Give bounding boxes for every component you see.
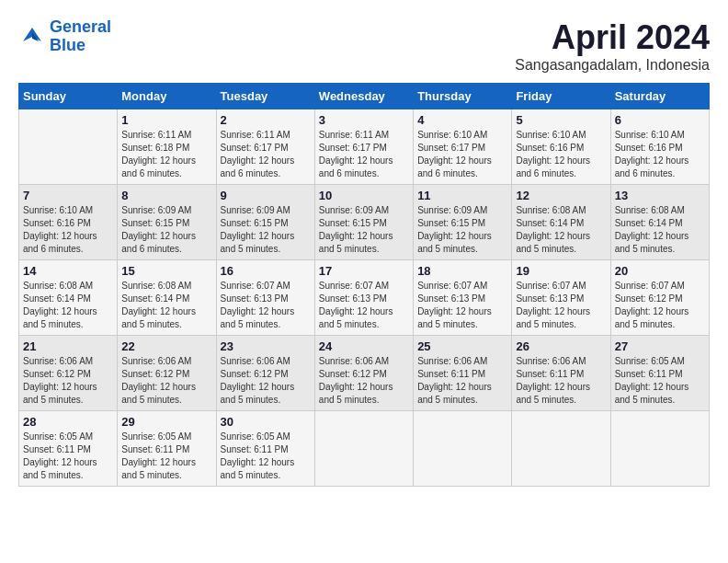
day-number: 25 (417, 339, 507, 353)
logo: General Blue (18, 18, 111, 55)
day-info: Sunrise: 6:08 AM Sunset: 6:14 PM Dayligh… (516, 204, 606, 256)
logo-icon (18, 23, 46, 51)
day-number: 21 (23, 339, 113, 353)
day-number: 2 (221, 113, 311, 127)
calendar-cell: 17Sunrise: 6:07 AM Sunset: 6:13 PM Dayli… (314, 260, 413, 336)
day-info: Sunrise: 6:06 AM Sunset: 6:11 PM Dayligh… (417, 355, 507, 407)
day-info: Sunrise: 6:06 AM Sunset: 6:12 PM Dayligh… (23, 355, 113, 407)
calendar-cell (414, 411, 512, 487)
calendar-cell: 30Sunrise: 6:05 AM Sunset: 6:11 PM Dayli… (216, 411, 314, 487)
calendar-cell: 10Sunrise: 6:09 AM Sunset: 6:15 PM Dayli… (314, 185, 413, 260)
day-info: Sunrise: 6:11 AM Sunset: 6:17 PM Dayligh… (319, 129, 409, 180)
column-header-friday: Friday (512, 84, 610, 109)
day-info: Sunrise: 6:10 AM Sunset: 6:16 PM Dayligh… (23, 204, 113, 256)
calendar-cell: 13Sunrise: 6:08 AM Sunset: 6:14 PM Dayli… (610, 185, 709, 260)
day-number: 10 (319, 189, 409, 202)
day-number: 26 (516, 339, 606, 353)
day-info: Sunrise: 6:11 AM Sunset: 6:18 PM Dayligh… (121, 129, 211, 180)
day-info: Sunrise: 6:06 AM Sunset: 6:12 PM Dayligh… (319, 355, 409, 407)
calendar-cell (19, 109, 118, 185)
title-block: April 2024 Sangasangadalam, Indonesia (515, 18, 710, 74)
column-header-monday: Monday (118, 84, 216, 109)
calendar-cell: 3Sunrise: 6:11 AM Sunset: 6:17 PM Daylig… (314, 109, 413, 185)
calendar-cell (314, 411, 413, 487)
day-number: 23 (221, 339, 311, 353)
day-info: Sunrise: 6:05 AM Sunset: 6:11 PM Dayligh… (121, 431, 211, 482)
day-info: Sunrise: 6:08 AM Sunset: 6:14 PM Dayligh… (23, 280, 113, 331)
day-info: Sunrise: 6:08 AM Sunset: 6:14 PM Dayligh… (121, 280, 211, 331)
calendar-cell: 19Sunrise: 6:07 AM Sunset: 6:13 PM Dayli… (512, 260, 610, 336)
day-number: 8 (121, 189, 211, 202)
day-number: 17 (319, 264, 409, 278)
day-info: Sunrise: 6:10 AM Sunset: 6:16 PM Dayligh… (615, 129, 705, 180)
calendar-week-row: 14Sunrise: 6:08 AM Sunset: 6:14 PM Dayli… (19, 260, 710, 336)
calendar-cell: 9Sunrise: 6:09 AM Sunset: 6:15 PM Daylig… (216, 185, 314, 260)
day-number: 1 (121, 113, 211, 127)
day-info: Sunrise: 6:05 AM Sunset: 6:11 PM Dayligh… (23, 431, 113, 482)
day-info: Sunrise: 6:08 AM Sunset: 6:14 PM Dayligh… (615, 204, 705, 256)
day-number: 24 (319, 339, 409, 353)
logo-line2: Blue (50, 36, 85, 54)
location-subtitle: Sangasangadalam, Indonesia (515, 57, 710, 74)
calendar-cell: 24Sunrise: 6:06 AM Sunset: 6:12 PM Dayli… (314, 336, 413, 411)
calendar-cell: 27Sunrise: 6:05 AM Sunset: 6:11 PM Dayli… (610, 336, 709, 411)
day-number: 15 (121, 264, 211, 278)
logo-text: General Blue (50, 18, 111, 55)
day-info: Sunrise: 6:07 AM Sunset: 6:13 PM Dayligh… (516, 280, 606, 331)
day-info: Sunrise: 6:05 AM Sunset: 6:11 PM Dayligh… (221, 431, 311, 482)
calendar-cell: 29Sunrise: 6:05 AM Sunset: 6:11 PM Dayli… (118, 411, 216, 487)
day-info: Sunrise: 6:05 AM Sunset: 6:11 PM Dayligh… (615, 355, 705, 407)
calendar-cell: 11Sunrise: 6:09 AM Sunset: 6:15 PM Dayli… (414, 185, 512, 260)
day-number: 28 (23, 415, 113, 429)
day-number: 27 (615, 339, 705, 353)
column-header-sunday: Sunday (19, 84, 118, 109)
calendar-cell: 15Sunrise: 6:08 AM Sunset: 6:14 PM Dayli… (118, 260, 216, 336)
day-number: 29 (121, 415, 211, 429)
calendar-week-row: 7Sunrise: 6:10 AM Sunset: 6:16 PM Daylig… (19, 185, 710, 260)
calendar-week-row: 21Sunrise: 6:06 AM Sunset: 6:12 PM Dayli… (19, 336, 710, 411)
month-title: April 2024 (515, 18, 710, 57)
calendar-cell: 25Sunrise: 6:06 AM Sunset: 6:11 PM Dayli… (414, 336, 512, 411)
day-info: Sunrise: 6:07 AM Sunset: 6:13 PM Dayligh… (221, 280, 311, 331)
page-header: General Blue April 2024 Sangasangadalam,… (18, 18, 710, 74)
day-number: 9 (221, 189, 311, 202)
day-info: Sunrise: 6:10 AM Sunset: 6:17 PM Dayligh… (417, 129, 507, 180)
calendar-week-row: 28Sunrise: 6:05 AM Sunset: 6:11 PM Dayli… (19, 411, 710, 487)
day-info: Sunrise: 6:06 AM Sunset: 6:12 PM Dayligh… (221, 355, 311, 407)
column-header-wednesday: Wednesday (314, 84, 413, 109)
day-info: Sunrise: 6:07 AM Sunset: 6:12 PM Dayligh… (615, 280, 705, 331)
calendar-cell (512, 411, 610, 487)
day-info: Sunrise: 6:09 AM Sunset: 6:15 PM Dayligh… (417, 204, 507, 256)
calendar-cell: 21Sunrise: 6:06 AM Sunset: 6:12 PM Dayli… (19, 336, 118, 411)
day-number: 3 (319, 113, 409, 127)
calendar-header-row: SundayMondayTuesdayWednesdayThursdayFrid… (19, 84, 710, 109)
calendar-cell: 12Sunrise: 6:08 AM Sunset: 6:14 PM Dayli… (512, 185, 610, 260)
day-info: Sunrise: 6:09 AM Sunset: 6:15 PM Dayligh… (221, 204, 311, 256)
day-info: Sunrise: 6:07 AM Sunset: 6:13 PM Dayligh… (319, 280, 409, 331)
day-number: 30 (221, 415, 311, 429)
logo-line1: General (50, 17, 111, 36)
calendar-cell: 23Sunrise: 6:06 AM Sunset: 6:12 PM Dayli… (216, 336, 314, 411)
day-number: 18 (417, 264, 507, 278)
day-info: Sunrise: 6:07 AM Sunset: 6:13 PM Dayligh… (417, 280, 507, 331)
calendar-table: SundayMondayTuesdayWednesdayThursdayFrid… (18, 83, 710, 487)
day-number: 7 (23, 189, 113, 202)
calendar-cell: 4Sunrise: 6:10 AM Sunset: 6:17 PM Daylig… (414, 109, 512, 185)
day-number: 5 (516, 113, 606, 127)
calendar-cell: 14Sunrise: 6:08 AM Sunset: 6:14 PM Dayli… (19, 260, 118, 336)
calendar-cell: 1Sunrise: 6:11 AM Sunset: 6:18 PM Daylig… (118, 109, 216, 185)
day-number: 22 (121, 339, 211, 353)
day-number: 13 (615, 189, 705, 202)
calendar-cell: 6Sunrise: 6:10 AM Sunset: 6:16 PM Daylig… (610, 109, 709, 185)
calendar-cell: 5Sunrise: 6:10 AM Sunset: 6:16 PM Daylig… (512, 109, 610, 185)
day-info: Sunrise: 6:06 AM Sunset: 6:11 PM Dayligh… (516, 355, 606, 407)
calendar-cell: 8Sunrise: 6:09 AM Sunset: 6:15 PM Daylig… (118, 185, 216, 260)
day-number: 16 (221, 264, 311, 278)
calendar-cell: 7Sunrise: 6:10 AM Sunset: 6:16 PM Daylig… (19, 185, 118, 260)
calendar-cell: 20Sunrise: 6:07 AM Sunset: 6:12 PM Dayli… (610, 260, 709, 336)
day-number: 12 (516, 189, 606, 202)
day-info: Sunrise: 6:11 AM Sunset: 6:17 PM Dayligh… (221, 129, 311, 180)
calendar-cell: 16Sunrise: 6:07 AM Sunset: 6:13 PM Dayli… (216, 260, 314, 336)
day-number: 6 (615, 113, 705, 127)
day-number: 4 (417, 113, 507, 127)
